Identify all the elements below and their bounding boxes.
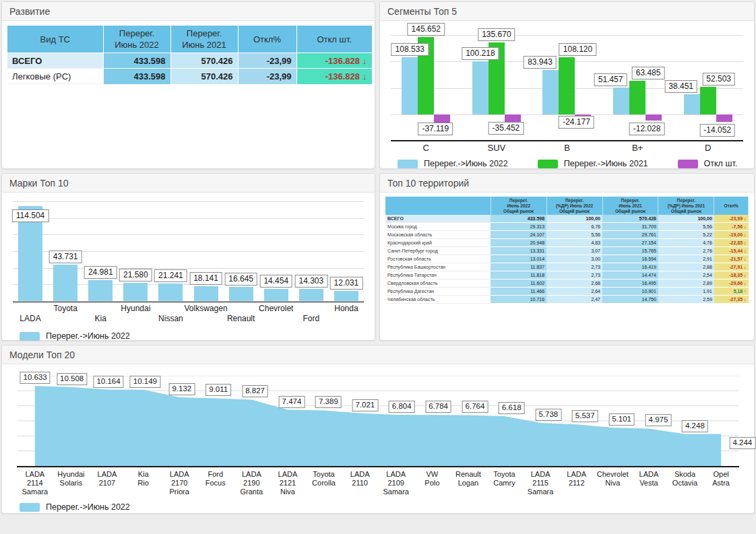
category-axis: CSUVBB+D bbox=[391, 143, 743, 153]
territories-header-row: Перерег.Июнь 2022Общий рынокПеререг.(%ДР… bbox=[385, 197, 749, 215]
legend-item[interactable]: Перерег.->Июнь 2022 bbox=[20, 331, 130, 341]
column-header: Вид ТС bbox=[7, 26, 103, 53]
table-row[interactable]: Краснодарский край20.9484,8327.1544,76-2… bbox=[385, 239, 749, 247]
value-label: 108.533 bbox=[391, 43, 429, 56]
legend-item[interactable]: Перерег.->Июнь 2022 bbox=[20, 502, 130, 512]
table-row[interactable]: Московская область24.1075,5629.7615,22-1… bbox=[385, 231, 749, 239]
reg-2021-cell: 570.426 bbox=[170, 69, 238, 84]
bar-Renault[interactable] bbox=[229, 287, 253, 301]
value-label: 18.141 bbox=[189, 272, 222, 285]
reg-2022-cell: 433.598 bbox=[103, 69, 170, 84]
bar-B+-2021[interactable] bbox=[629, 81, 645, 114]
bar-B+-deviation[interactable] bbox=[645, 114, 662, 121]
value-label: 10.164 bbox=[93, 376, 123, 388]
category-label: OpelAstra bbox=[703, 470, 739, 496]
territory-name-cell: Санкт-Петербург город bbox=[385, 247, 491, 255]
bar-Nissan[interactable] bbox=[158, 283, 183, 301]
table-row[interactable]: Республика Башкортостан11.8372,7316.4192… bbox=[385, 263, 749, 271]
bar-Chevrolet[interactable] bbox=[264, 289, 288, 301]
deviation-pct-cell: -23,99 ↓ bbox=[714, 215, 749, 223]
bar-B+-2022[interactable] bbox=[613, 88, 629, 114]
reg-2022-cell: 433.598 bbox=[491, 215, 546, 223]
category-axis: LADA2114SamaraHyundaiSolarisLADA2107KiaR… bbox=[17, 470, 739, 496]
bar-D-2021[interactable] bbox=[700, 87, 716, 114]
table-row[interactable]: Республика Дагестан11.4662,6410.9011,915… bbox=[385, 288, 749, 296]
table-row[interactable]: ВСЕГО433.598570.426-23,99-136.828↓ bbox=[7, 53, 372, 69]
table-row[interactable]: Москва город29.3136,7631.7095,56-7,56 ↓ bbox=[385, 223, 749, 231]
value-label: 63.485 bbox=[632, 67, 665, 79]
reg-2022-cell: 11.818 bbox=[491, 271, 546, 279]
legend-label: Перерег.->Июнь 2022 bbox=[46, 502, 130, 512]
legend-label: Перерег.->Июнь 2022 bbox=[424, 159, 508, 168]
category-label: RenaultLogan bbox=[450, 470, 486, 496]
category-label: KiaRio bbox=[125, 470, 162, 496]
arrow-down-icon: ↓ bbox=[363, 71, 367, 81]
panel-title: Топ 10 территорий bbox=[387, 178, 469, 189]
category-label: ToyotaCorolla bbox=[306, 470, 342, 496]
table-row[interactable]: Легковые (PC)433.598570.426-23,99-136.82… bbox=[7, 69, 372, 84]
deviation-pct-cell: -23,99 bbox=[238, 69, 296, 84]
value-label: 10.508 bbox=[57, 373, 87, 385]
deviation-pct-cell: -22,85 ↓ bbox=[714, 239, 749, 247]
territory-name-cell: Республика Татарстан bbox=[385, 271, 491, 279]
panel-title: Развитие bbox=[9, 6, 50, 17]
table-row[interactable]: Республика Татарстан11.8182,7314.4742,54… bbox=[385, 271, 749, 279]
reg-2022-cell: 11.837 bbox=[491, 263, 546, 271]
territory-name-cell: Свердловская область bbox=[385, 279, 491, 288]
value-label: 7.474 bbox=[279, 396, 305, 408]
reg-2021-cell: 27.154 bbox=[602, 239, 658, 247]
column-header: Перерег.Июнь 2022 bbox=[103, 26, 170, 53]
category-label: Hyundai bbox=[121, 304, 150, 313]
category-label: ChevroletNiva bbox=[595, 470, 631, 496]
reg-2022-cell: 13.331 bbox=[491, 247, 546, 255]
bar-Kia[interactable] bbox=[88, 280, 113, 301]
category-label: Kia bbox=[95, 314, 106, 323]
category-label: Honda bbox=[334, 304, 358, 313]
bar-B-2022[interactable] bbox=[542, 70, 559, 114]
dev-header-row: Вид ТСПеререг.Июнь 2022Перерег.Июнь 2021… bbox=[7, 26, 372, 53]
legend-label: Откл шт. bbox=[704, 159, 738, 168]
reg-2022-cell: 29.313 bbox=[491, 223, 546, 231]
legend-item[interactable]: Перерег.->Июнь 2022 bbox=[398, 159, 508, 168]
value-label: 24.981 bbox=[84, 266, 117, 279]
share-2021-cell: 2,89 bbox=[658, 279, 714, 288]
category-label: SkodaOctavia bbox=[667, 470, 703, 496]
dashboard-grid: Развитие Вид ТСПеререг.Июнь 2022Перерег.… bbox=[1, 1, 755, 514]
share-2021-cell: 1,91 bbox=[658, 288, 714, 296]
area-series-2022[interactable] bbox=[35, 386, 721, 466]
value-label: 6.618 bbox=[499, 402, 525, 414]
category-label: Ford bbox=[303, 314, 320, 323]
value-label: 9.132 bbox=[168, 383, 195, 395]
table-row[interactable]: ВСЕГО433.598100,00570.426100,00-23,99 ↓ bbox=[385, 215, 749, 223]
category-label: Chevrolet bbox=[259, 304, 293, 313]
bar-Honda[interactable] bbox=[334, 291, 358, 301]
table-row[interactable]: Санкт-Петербург город13.3313,0715.7652,7… bbox=[385, 247, 749, 255]
value-label: 12.031 bbox=[330, 277, 363, 290]
legend-item[interactable]: Откл шт. bbox=[678, 159, 738, 168]
legend-item[interactable]: Перерег.->Июнь 2021 bbox=[538, 159, 648, 168]
share-2022-cell: 6,76 bbox=[546, 223, 602, 231]
territory-name-cell: Республика Башкортостан bbox=[385, 263, 491, 271]
bar-SUV-2022[interactable] bbox=[472, 61, 489, 114]
category-label: D bbox=[672, 143, 743, 153]
column-header bbox=[385, 197, 491, 215]
category-axis: LADAToyotaKiaHyundaiNissanVolkswagenRena… bbox=[13, 302, 364, 325]
legend-swatch bbox=[678, 160, 698, 168]
bar-B-2021[interactable] bbox=[559, 57, 575, 114]
table-row[interactable]: Ростовская область13.0143,0016.5942,91-2… bbox=[385, 255, 749, 263]
value-label: 51.457 bbox=[594, 73, 627, 86]
deviation-units-cell: -136.828↓ bbox=[296, 69, 372, 84]
bar-D-deviation[interactable] bbox=[716, 114, 732, 122]
bar-D-2022[interactable] bbox=[684, 94, 700, 114]
bar-Hyundai[interactable] bbox=[123, 283, 148, 301]
reg-2021-cell: 31.709 bbox=[602, 223, 658, 231]
bar-Volkswagen[interactable] bbox=[194, 286, 218, 301]
legend-swatch bbox=[398, 160, 418, 168]
table-row[interactable]: Челябинская область10.7162,4714.7502,59-… bbox=[385, 296, 749, 304]
value-label: 52.503 bbox=[702, 73, 735, 86]
bar-C-2022[interactable] bbox=[402, 57, 418, 114]
table-row[interactable]: Свердловская область11.6022,6816.4952,89… bbox=[385, 279, 749, 288]
bar-Ford[interactable] bbox=[299, 289, 323, 301]
brands-plot: 114.50443.73124.98121.58021.24118.14116.… bbox=[13, 201, 364, 301]
bar-Toyota[interactable] bbox=[53, 265, 77, 301]
